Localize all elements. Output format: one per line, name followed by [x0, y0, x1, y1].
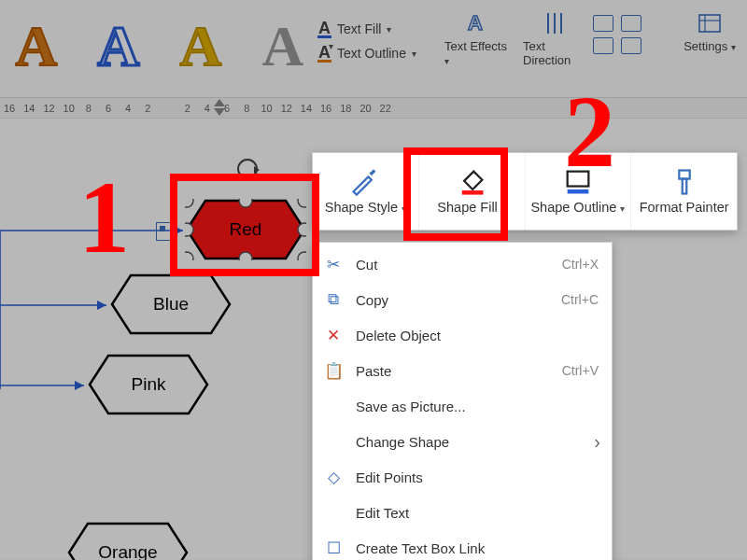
svg-text:A: A: [468, 11, 483, 35]
menu-save-as-picture-label: Save as Picture...: [356, 399, 466, 414]
menu-paste-shortcut: Ctrl+V: [562, 363, 599, 378]
settings-label: Settings: [684, 39, 727, 53]
text-fill-icon: A: [317, 21, 331, 38]
align-btn-4[interactable]: [621, 37, 641, 54]
callout-number-2: 2: [564, 73, 615, 191]
menu-cut-label: Cut: [356, 257, 377, 273]
text-outline-label: Text Outline: [337, 46, 406, 61]
menu-create-textbox-link-label: Create Text Box Link: [356, 540, 485, 556]
menu-delete[interactable]: ✕Delete Object: [313, 317, 612, 353]
text-effects-icon: A: [463, 9, 491, 37]
wordart-style-1[interactable]: A: [0, 6, 73, 86]
ruler-tick: 22: [380, 103, 391, 114]
ruler-tick: 16: [4, 103, 15, 114]
menu-save-as-picture[interactable]: •Save as Picture...: [313, 388, 612, 424]
menu-create-textbox-link[interactable]: ☐Create Text Box Link: [313, 530, 612, 560]
ruler-tick: 8: [83, 103, 94, 114]
ruler-tick: 16: [320, 103, 331, 114]
ruler-tick: 14: [301, 103, 312, 114]
shape-outline-label: Shape Outline: [530, 200, 616, 215]
menu-cut-shortcut: Ctrl+X: [562, 257, 599, 272]
format-painter-icon: [669, 168, 700, 196]
shape-orange-label: Orange: [67, 522, 189, 560]
shape-style-label: Shape Style: [325, 200, 398, 215]
menu-copy[interactable]: ⧉CopyCtrl+C: [313, 282, 612, 317]
wordart-gallery[interactable]: A A A A ▾: [0, 6, 333, 86]
ruler-tick: 12: [43, 103, 54, 114]
menu-change-shape[interactable]: •Change Shape: [313, 424, 612, 459]
ruler-tick: 8: [241, 103, 252, 114]
format-painter-button[interactable]: Format Painter: [631, 153, 737, 230]
horizontal-ruler[interactable]: 16 14 12 10 8 6 4 2 2 4 6 8 10 12 14 16 …: [0, 98, 747, 119]
text-effects-button[interactable]: A Text Effects ▾: [444, 9, 510, 67]
ruler-tick: 4: [122, 103, 134, 114]
brush-icon: [349, 168, 381, 196]
callout-box-2: [403, 147, 508, 241]
shape-pink-label: Pink: [88, 354, 209, 415]
format-painter-label: Format Painter: [640, 200, 729, 215]
menu-paste-label: Paste: [356, 363, 391, 379]
settings-icon: [696, 9, 724, 37]
svg-rect-4: [699, 15, 720, 32]
text-outline-button[interactable]: A Text Outline ▾: [317, 41, 416, 65]
menu-edit-text-label: Edit Text: [356, 505, 409, 521]
svg-marker-13: [75, 381, 84, 390]
context-menu: ✂CutCtrl+X ⧉CopyCtrl+C ✕Delete Object 📋P…: [312, 242, 613, 560]
menu-edit-text[interactable]: •Edit Text: [313, 495, 612, 530]
wordart-style-3[interactable]: A: [164, 6, 237, 86]
delete-icon: ✕: [322, 326, 345, 345]
edit-points-icon: ◇: [322, 468, 345, 487]
svg-rect-30: [682, 179, 686, 194]
text-outline-icon: A: [317, 45, 331, 63]
ruler-tick: 10: [63, 103, 75, 114]
shape-blue-label: Blue: [110, 273, 232, 335]
svg-rect-29: [679, 171, 689, 179]
ruler-tick: 10: [261, 103, 272, 114]
shape-orange-hexagon[interactable]: Orange: [67, 522, 189, 560]
shape-blue-hexagon[interactable]: Blue: [110, 273, 232, 335]
callout-box-1: [170, 174, 319, 276]
menu-edit-points[interactable]: ◇Edit Points: [313, 459, 612, 495]
ruler-tick: 20: [359, 103, 371, 114]
text-fill-dropdown-icon[interactable]: ▾: [387, 24, 391, 35]
align-btn-1[interactable]: [593, 15, 613, 32]
wordart-style-2[interactable]: A: [82, 6, 155, 86]
align-group: [593, 15, 641, 54]
scissors-icon: ✂: [322, 255, 345, 274]
align-btn-2[interactable]: [621, 15, 641, 32]
link-icon: ☐: [322, 539, 345, 558]
ruler-tick: 18: [340, 103, 351, 114]
menu-copy-label: Copy: [356, 292, 388, 308]
shape-pink-hexagon[interactable]: Pink: [88, 354, 209, 415]
text-effects-label: Text Effects: [444, 39, 507, 53]
align-btn-3[interactable]: [593, 37, 613, 54]
ribbon: A A A A ▾ A Text Fill ▾ A Text Outline ▾…: [0, 0, 747, 98]
indent-marker[interactable]: [214, 99, 225, 116]
copy-icon: ⧉: [322, 290, 345, 309]
menu-paste[interactable]: 📋PasteCtrl+V: [313, 353, 612, 388]
text-outline-dropdown-icon[interactable]: ▾: [412, 49, 416, 59]
paste-icon: 📋: [322, 361, 345, 381]
svg-marker-12: [97, 301, 106, 310]
floating-shape-toolbar: Shape Style ▾ Shape Fill ▾ Shape Outline…: [312, 152, 738, 231]
text-direction-icon: [543, 9, 571, 37]
text-direction-button[interactable]: Text Direction: [523, 9, 590, 67]
menu-delete-label: Delete Object: [356, 328, 441, 343]
callout-number-1: 1: [78, 159, 130, 277]
ruler-tick: 6: [103, 103, 114, 114]
text-fill-outline-group: A Text Fill ▾ A Text Outline ▾: [317, 17, 416, 65]
text-fill-label: Text Fill: [337, 21, 381, 36]
settings-button[interactable]: Settings ▾: [676, 9, 743, 53]
menu-copy-shortcut: Ctrl+C: [561, 292, 599, 307]
ruler-tick: 14: [23, 103, 35, 114]
ruler-tick: 2: [182, 103, 193, 114]
menu-change-shape-label: Change Shape: [356, 434, 449, 450]
wordart-style-4[interactable]: A: [247, 6, 319, 86]
ruler-tick: 12: [281, 103, 292, 114]
menu-cut[interactable]: ✂CutCtrl+X: [313, 246, 612, 282]
ruler-tick: 2: [142, 103, 153, 114]
menu-edit-points-label: Edit Points: [356, 469, 423, 485]
text-fill-button[interactable]: A Text Fill ▾: [317, 17, 416, 41]
text-direction-label: Text Direction: [523, 39, 590, 67]
ruler-tick: 4: [202, 103, 213, 114]
